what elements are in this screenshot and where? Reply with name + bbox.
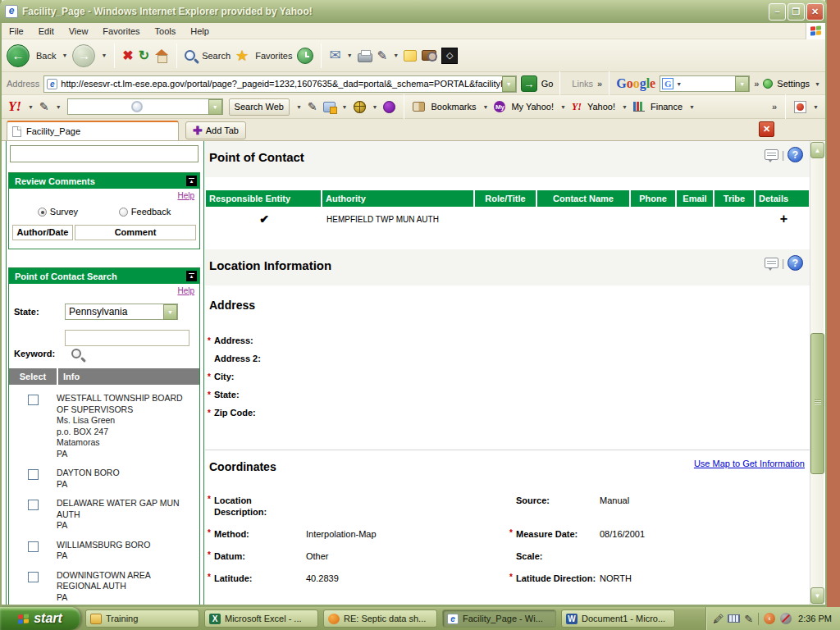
forward-icon[interactable]: → (72, 44, 95, 67)
edit-icon[interactable]: ✎ (377, 49, 388, 62)
speech-mic-icon[interactable]: 🖉 (713, 613, 724, 625)
go-label[interactable]: Go (541, 79, 554, 89)
bookmarks-label[interactable]: Bookmarks (431, 102, 476, 112)
result-checkbox[interactable] (28, 541, 39, 552)
google-search-input[interactable]: G ▼ ▼ (660, 75, 750, 92)
comment-bubble-icon[interactable] (765, 258, 778, 268)
links-overflow-chevron[interactable]: » (597, 79, 602, 89)
favorites-label[interactable]: Favorites (255, 51, 292, 61)
radio-circle-icon[interactable] (119, 208, 128, 217)
menu-item-file[interactable]: File (2, 25, 31, 38)
home-icon[interactable] (154, 50, 169, 62)
start-button[interactable]: start (0, 607, 80, 630)
google-dropdown-icon[interactable]: ▼ (735, 76, 749, 92)
details-expand-button[interactable]: + (759, 212, 809, 226)
help-question-icon[interactable]: ? (788, 147, 803, 162)
sidebar-text-input[interactable] (10, 145, 199, 162)
google-overflow-chevron[interactable]: » (754, 79, 759, 89)
result-checkbox[interactable] (28, 500, 39, 510)
vertical-scrollbar[interactable]: ▲ ▼ (810, 141, 824, 605)
collapse-panel-icon[interactable]: ▲ (186, 271, 197, 281)
messenger-icon[interactable]: ◇ (441, 48, 458, 64)
web-globe-icon[interactable] (354, 101, 366, 113)
history-icon[interactable] (297, 48, 313, 64)
review-help-link[interactable]: Help (9, 189, 199, 200)
highlight-icon[interactable]: ✎ (308, 100, 317, 113)
address-url[interactable]: http://esesvr-ct.lm-ese.epa.gov/portal/p… (61, 79, 501, 89)
taskbar-task[interactable]: XMicrosoft Excel - ... (204, 609, 318, 628)
close-tab-button[interactable]: ✕ (759, 121, 774, 137)
help-question-icon[interactable]: ? (788, 255, 803, 271)
keyboard-icon[interactable] (728, 614, 740, 623)
yahoo-home-label[interactable]: Yahoo! (587, 102, 615, 112)
settings-dropdown-icon[interactable]: ▼ (815, 81, 820, 87)
state-select[interactable]: Pennsylvania ▼ (65, 304, 178, 320)
menu-item-tools[interactable]: Tools (148, 25, 184, 38)
title-bar[interactable]: e Facility_Page - Windows Internet Explo… (0, 0, 827, 23)
forward-dropdown-icon[interactable]: ▼ (101, 52, 107, 58)
menu-item-edit[interactable]: Edit (31, 25, 62, 38)
finance-label[interactable]: Finance (651, 102, 682, 112)
favorites-icon[interactable]: ★ (235, 47, 249, 65)
my-yahoo-label[interactable]: My Yahoo! (511, 102, 554, 112)
scroll-down-icon[interactable]: ▼ (810, 587, 824, 604)
state-dropdown-icon[interactable]: ▼ (163, 304, 177, 320)
mail-icon[interactable]: ✉ (329, 48, 340, 62)
mail-dropdown-icon[interactable]: ▼ (347, 52, 353, 58)
volume-muted-icon[interactable] (780, 613, 792, 624)
close-button[interactable]: ✕ (806, 3, 824, 21)
menu-item-help[interactable]: Help (183, 25, 217, 38)
taskbar-task[interactable]: Training (85, 609, 199, 628)
tab-facility-page[interactable]: Facility_Page (7, 121, 179, 140)
maximize-button[interactable]: ❐ (788, 3, 805, 21)
back-dropdown-icon[interactable]: ▼ (62, 52, 67, 58)
tray-app-icon[interactable]: ‹ (764, 613, 775, 624)
poc-search-help-link[interactable]: Help (9, 284, 199, 295)
yahoo-search-input[interactable]: ▼ (67, 98, 223, 115)
radio-feedback[interactable]: Feedback (119, 207, 171, 217)
collapse-panel-icon[interactable]: ▲ (186, 176, 197, 186)
address-dropdown-icon[interactable]: ▼ (502, 76, 516, 92)
scrollbar-thumb[interactable] (810, 333, 824, 474)
radio-circle-icon[interactable] (38, 208, 47, 217)
radio-survey[interactable]: Survey (38, 207, 78, 217)
yahoo-overflow-chevron[interactable]: » (772, 102, 777, 112)
taskbar-task[interactable]: RE: Septic data sh... (323, 609, 437, 628)
notes-icon[interactable] (404, 50, 417, 62)
taskbar-task[interactable]: eFacility_Page - Wi... (442, 609, 556, 628)
search-icon[interactable] (185, 50, 195, 61)
refresh-icon[interactable]: ↻ (139, 49, 149, 62)
back-label[interactable]: Back (36, 51, 56, 61)
menu-item-favorites[interactable]: Favorites (95, 25, 147, 38)
keyword-input[interactable] (65, 330, 189, 346)
settings-label[interactable]: Settings (777, 79, 810, 89)
links-label[interactable]: Links (572, 79, 593, 89)
pencil-icon[interactable]: ✎ (39, 100, 49, 113)
result-checkbox[interactable] (28, 395, 39, 405)
go-button[interactable]: → (521, 75, 537, 92)
comment-bubble-icon[interactable] (765, 149, 778, 160)
back-icon[interactable]: ← (7, 44, 30, 67)
taskbar-task[interactable]: WDocument1 - Micro... (561, 609, 675, 628)
google-g-icon[interactable]: G (662, 78, 673, 89)
search-label[interactable]: Search (202, 51, 231, 61)
stop-icon[interactable]: ✖ (122, 49, 133, 62)
poc-table-row[interactable]: ✔ HEMPFIELD TWP MUN AUTH + (206, 207, 809, 231)
result-checkbox[interactable] (28, 572, 39, 582)
research-icon[interactable] (422, 50, 436, 61)
edit-dropdown-icon[interactable]: ▼ (393, 52, 399, 58)
address-input[interactable]: e http://esesvr-ct.lm-ese.epa.gov/portal… (43, 75, 516, 93)
result-checkbox[interactable] (28, 469, 39, 480)
use-map-link[interactable]: Use Map to Get Information (694, 459, 805, 468)
keyword-search-icon[interactable] (71, 349, 81, 358)
print-icon[interactable] (358, 53, 372, 62)
yahoo-logo[interactable]: Y! (8, 99, 21, 114)
pdf-convert-icon[interactable] (794, 101, 806, 113)
add-tab-button[interactable]: ✚ Add Tab (185, 121, 246, 139)
menu-item-view[interactable]: View (62, 25, 96, 38)
pen-input-icon[interactable]: ✎ (744, 613, 753, 625)
yahoo-logo-dropdown-icon[interactable]: ▼ (28, 104, 34, 110)
google-g-dropdown-icon[interactable]: ▼ (676, 81, 682, 87)
messenger-dot-icon[interactable] (383, 101, 395, 113)
search-web-button[interactable]: Search Web (229, 98, 290, 116)
